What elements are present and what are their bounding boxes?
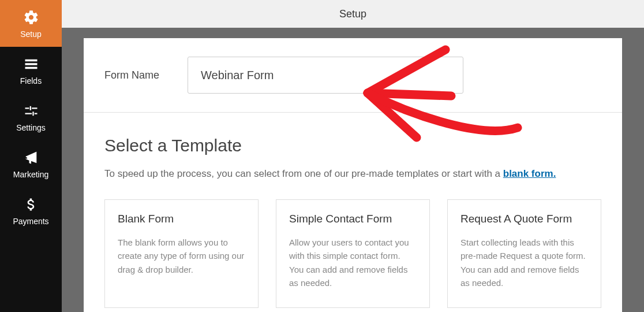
card-desc: Allow your users to contact you with thi… (289, 236, 417, 289)
sidebar-item-label: Settings (16, 123, 46, 132)
setup-panel: Form Name Select a Template To speed up … (84, 38, 622, 312)
content-wrapper: Form Name Select a Template To speed up … (62, 28, 644, 312)
template-card-request-quote[interactable]: Request A Quote Form Start collecting le… (447, 199, 601, 308)
template-section: Select a Template To speed up the proces… (84, 113, 622, 308)
sidebar-item-setup[interactable]: Setup (0, 0, 62, 47)
form-name-input[interactable] (188, 57, 463, 94)
page-title: Setup (339, 8, 366, 20)
card-title: Blank Form (118, 213, 245, 225)
sidebar-item-label: Setup (20, 29, 42, 39)
card-desc: The blank form allows you to create any … (118, 236, 245, 276)
main: Setup Form Name Select a Template To spe… (62, 0, 644, 312)
list-icon (23, 55, 40, 73)
card-title: Simple Contact Form (289, 213, 417, 225)
dollar-icon (23, 196, 40, 213)
sidebar: Setup Fields Settings Marketing Payments (0, 0, 62, 312)
megaphone-icon (23, 149, 40, 166)
sidebar-item-label: Fields (20, 76, 42, 86)
sidebar-item-payments[interactable]: Payments (0, 187, 62, 234)
template-cards: Blank Form The blank form allows you to … (104, 199, 601, 308)
form-name-label: Form Name (84, 69, 176, 81)
form-name-row: Form Name (84, 38, 622, 113)
template-subtext: To speed up the process, you can select … (104, 168, 601, 180)
sidebar-item-settings[interactable]: Settings (0, 94, 62, 140)
card-desc: Start collecting leads with this pre-mad… (460, 236, 588, 289)
template-card-simple-contact[interactable]: Simple Contact Form Allow your users to … (276, 199, 430, 308)
gear-icon (23, 9, 40, 26)
sidebar-item-label: Marketing (13, 170, 48, 179)
sidebar-item-marketing[interactable]: Marketing (0, 140, 62, 187)
sidebar-item-label: Payments (13, 217, 48, 226)
template-card-blank[interactable]: Blank Form The blank form allows you to … (104, 199, 259, 308)
blank-form-link[interactable]: blank form. (503, 168, 556, 179)
template-subtext-prefix: To speed up the process, you can select … (104, 168, 503, 179)
topbar: Setup (62, 0, 644, 28)
template-heading: Select a Template (104, 136, 601, 155)
card-title: Request A Quote Form (460, 213, 588, 225)
sidebar-item-fields[interactable]: Fields (0, 47, 62, 94)
sliders-icon (23, 102, 40, 120)
